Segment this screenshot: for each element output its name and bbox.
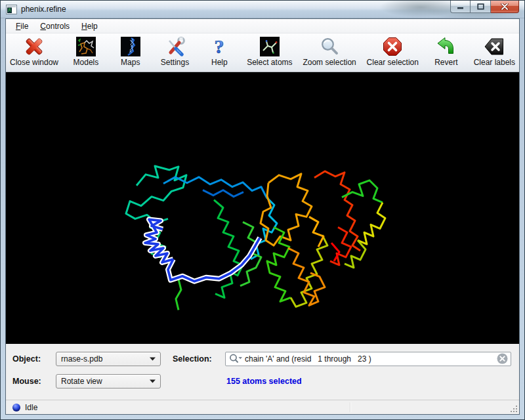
maximize-button[interactable]	[471, 1, 491, 13]
toolbar-help[interactable]: ? Help	[202, 36, 236, 67]
selection-search-box	[225, 352, 511, 366]
settings-icon	[165, 36, 186, 57]
chevron-down-icon	[150, 357, 156, 361]
mouse-label: Mouse:	[12, 377, 56, 386]
window-frame: File Controls Help	[1, 18, 524, 419]
object-dropdown[interactable]: rnase-s.pdb	[56, 352, 161, 366]
toolbar-zoom-selection[interactable]: Zoom selection	[303, 36, 356, 67]
maximize-icon	[477, 3, 484, 10]
models-icon	[75, 36, 96, 57]
resize-grip[interactable]	[510, 405, 518, 413]
toolbar-select-atoms[interactable]: Select atoms	[247, 36, 292, 67]
selection-input[interactable]	[245, 354, 497, 364]
toolbar-clear-labels[interactable]: Clear labels	[474, 36, 515, 67]
window-controls	[450, 1, 519, 13]
control-panel: Object: rnase-s.pdb Selection:	[6, 344, 519, 400]
menu-file[interactable]: File	[10, 20, 34, 33]
close-window-icon	[24, 36, 45, 57]
chevron-down-icon	[150, 379, 156, 383]
window-title: phenix.refine	[21, 5, 66, 14]
mouse-dropdown[interactable]: Rotate view	[56, 374, 161, 388]
molecule-viewport[interactable]	[6, 72, 519, 344]
svg-text:?: ?	[215, 36, 224, 57]
status-orb-icon	[12, 404, 20, 411]
clear-search-icon[interactable]	[497, 353, 508, 364]
toolbar-settings[interactable]: Settings	[158, 36, 192, 67]
clear-selection-icon	[382, 36, 403, 57]
status-bar: Idle	[6, 400, 519, 414]
zoom-selection-icon	[319, 36, 340, 57]
status-text: Idle	[25, 403, 37, 412]
molecule-render	[6, 72, 519, 344]
menu-bar: File Controls Help	[6, 19, 519, 33]
toolbar-maps[interactable]: Maps	[114, 36, 148, 67]
toolbar-close-window[interactable]: Close window	[10, 36, 58, 67]
select-atoms-icon	[259, 36, 280, 57]
clear-labels-icon	[484, 36, 505, 57]
toolbar: Close window Models	[6, 33, 519, 72]
object-label: Object:	[12, 354, 56, 364]
menu-controls[interactable]: Controls	[34, 20, 75, 33]
maps-icon	[120, 36, 141, 57]
revert-icon	[436, 36, 457, 57]
atoms-selected-text: 155 atoms selected	[226, 377, 302, 386]
toolbar-revert[interactable]: Revert	[429, 36, 463, 67]
toolbar-models[interactable]: Models	[69, 36, 103, 67]
toolbar-clear-selection[interactable]: Clear selection	[367, 36, 419, 67]
search-icon[interactable]	[229, 354, 242, 364]
close-icon	[501, 3, 509, 10]
app-icon	[6, 5, 17, 14]
selection-label: Selection:	[173, 354, 225, 364]
minimize-icon	[457, 4, 464, 10]
app-window: phenix.refine File Controls Help	[0, 0, 525, 420]
help-icon: ?	[209, 36, 230, 57]
selected-atoms-highlight	[145, 219, 260, 281]
status-divider	[350, 402, 350, 412]
minimize-button[interactable]	[450, 1, 471, 13]
title-bar: phenix.refine	[1, 1, 524, 18]
close-button[interactable]	[491, 1, 519, 13]
menu-help[interactable]: Help	[75, 20, 104, 33]
